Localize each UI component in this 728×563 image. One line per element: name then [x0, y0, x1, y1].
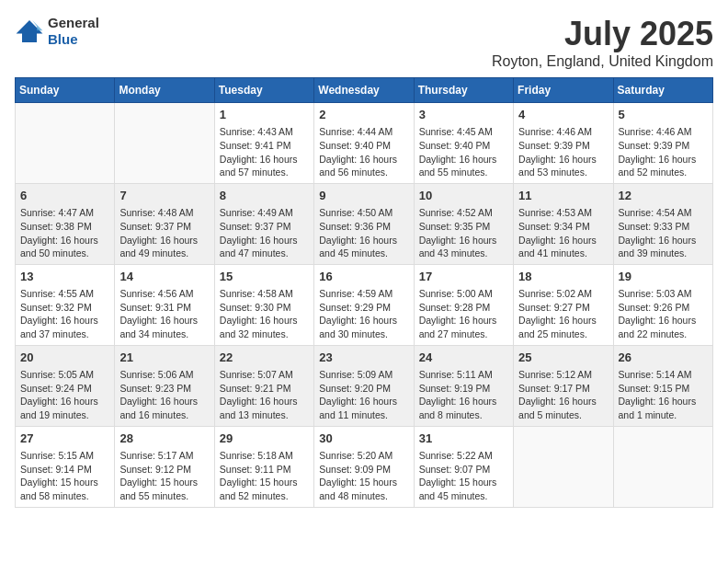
header-monday: Monday — [115, 78, 214, 103]
page-header: General Blue July 2025 Royton, England, … — [15, 15, 713, 70]
calendar-cell: 10Sunrise: 4:52 AM Sunset: 9:35 PM Dayli… — [414, 183, 513, 264]
day-number: 30 — [319, 431, 408, 447]
logo-icon — [15, 18, 44, 44]
day-info: Sunrise: 5:18 AM Sunset: 9:11 PM Dayligh… — [220, 449, 309, 503]
day-number: 11 — [518, 188, 608, 204]
day-number: 23 — [319, 350, 408, 366]
day-number: 16 — [319, 269, 408, 285]
day-info: Sunrise: 4:43 AM Sunset: 9:41 PM Dayligh… — [220, 125, 309, 179]
calendar-cell — [514, 426, 613, 507]
calendar-cell: 22Sunrise: 5:07 AM Sunset: 9:21 PM Dayli… — [214, 345, 313, 426]
logo: General Blue — [15, 15, 99, 48]
day-info: Sunrise: 5:07 AM Sunset: 9:21 PM Dayligh… — [220, 368, 309, 422]
calendar-cell: 19Sunrise: 5:03 AM Sunset: 9:26 PM Dayli… — [613, 264, 712, 345]
day-number: 14 — [119, 269, 209, 285]
day-number: 5 — [619, 107, 708, 123]
calendar-header: SundayMondayTuesdayWednesdayThursdayFrid… — [16, 78, 713, 103]
day-number: 28 — [119, 431, 209, 447]
calendar-cell: 13Sunrise: 4:55 AM Sunset: 9:32 PM Dayli… — [16, 264, 115, 345]
day-info: Sunrise: 4:50 AM Sunset: 9:36 PM Dayligh… — [319, 206, 408, 260]
day-info: Sunrise: 5:03 AM Sunset: 9:26 PM Dayligh… — [619, 287, 708, 341]
calendar-cell: 31Sunrise: 5:22 AM Sunset: 9:07 PM Dayli… — [414, 426, 513, 507]
calendar-cell: 29Sunrise: 5:18 AM Sunset: 9:11 PM Dayli… — [214, 426, 313, 507]
day-info: Sunrise: 4:47 AM Sunset: 9:38 PM Dayligh… — [20, 206, 109, 260]
day-info: Sunrise: 5:02 AM Sunset: 9:27 PM Dayligh… — [518, 287, 608, 341]
calendar-cell: 18Sunrise: 5:02 AM Sunset: 9:27 PM Dayli… — [514, 264, 613, 345]
day-info: Sunrise: 4:44 AM Sunset: 9:40 PM Dayligh… — [319, 125, 408, 179]
day-number: 31 — [419, 431, 508, 447]
day-number: 17 — [419, 269, 508, 285]
day-number: 4 — [518, 107, 608, 123]
calendar-cell: 28Sunrise: 5:17 AM Sunset: 9:12 PM Dayli… — [115, 426, 214, 507]
calendar-cell — [115, 103, 214, 184]
calendar-cell: 5Sunrise: 4:46 AM Sunset: 9:39 PM Daylig… — [613, 103, 712, 184]
day-info: Sunrise: 5:15 AM Sunset: 9:14 PM Dayligh… — [20, 449, 109, 503]
day-info: Sunrise: 4:55 AM Sunset: 9:32 PM Dayligh… — [20, 287, 109, 341]
day-number: 2 — [319, 107, 408, 123]
day-number: 10 — [419, 188, 508, 204]
calendar-cell: 15Sunrise: 4:58 AM Sunset: 9:30 PM Dayli… — [214, 264, 313, 345]
day-info: Sunrise: 5:06 AM Sunset: 9:23 PM Dayligh… — [119, 368, 209, 422]
header-row: SundayMondayTuesdayWednesdayThursdayFrid… — [16, 78, 713, 103]
day-number: 24 — [419, 350, 508, 366]
day-number: 18 — [518, 269, 608, 285]
day-info: Sunrise: 4:52 AM Sunset: 9:35 PM Dayligh… — [419, 206, 508, 260]
day-info: Sunrise: 4:54 AM Sunset: 9:33 PM Dayligh… — [619, 206, 708, 260]
calendar-cell: 6Sunrise: 4:47 AM Sunset: 9:38 PM Daylig… — [16, 183, 115, 264]
day-number: 7 — [119, 188, 209, 204]
logo-line1: General — [48, 15, 99, 31]
calendar-cell: 8Sunrise: 4:49 AM Sunset: 9:37 PM Daylig… — [214, 183, 313, 264]
day-info: Sunrise: 4:58 AM Sunset: 9:30 PM Dayligh… — [220, 287, 309, 341]
day-info: Sunrise: 4:46 AM Sunset: 9:39 PM Dayligh… — [518, 125, 608, 179]
day-number: 21 — [119, 350, 209, 366]
day-info: Sunrise: 5:17 AM Sunset: 9:12 PM Dayligh… — [119, 449, 209, 503]
calendar-cell: 1Sunrise: 4:43 AM Sunset: 9:41 PM Daylig… — [214, 103, 313, 184]
calendar-cell: 23Sunrise: 5:09 AM Sunset: 9:20 PM Dayli… — [314, 345, 414, 426]
logo-text: General Blue — [48, 15, 99, 48]
week-row-4: 20Sunrise: 5:05 AM Sunset: 9:24 PM Dayli… — [16, 345, 713, 426]
calendar-cell: 3Sunrise: 4:45 AM Sunset: 9:40 PM Daylig… — [414, 103, 513, 184]
header-saturday: Saturday — [613, 78, 712, 103]
calendar-cell: 24Sunrise: 5:11 AM Sunset: 9:19 PM Dayli… — [414, 345, 513, 426]
day-info: Sunrise: 5:11 AM Sunset: 9:19 PM Dayligh… — [419, 368, 508, 422]
day-number: 20 — [20, 350, 109, 366]
calendar-cell: 26Sunrise: 5:14 AM Sunset: 9:15 PM Dayli… — [613, 345, 712, 426]
calendar-cell: 4Sunrise: 4:46 AM Sunset: 9:39 PM Daylig… — [514, 103, 613, 184]
calendar-cell: 30Sunrise: 5:20 AM Sunset: 9:09 PM Dayli… — [314, 426, 414, 507]
calendar-cell: 14Sunrise: 4:56 AM Sunset: 9:31 PM Dayli… — [115, 264, 214, 345]
main-title: July 2025 — [492, 15, 713, 53]
day-info: Sunrise: 5:12 AM Sunset: 9:17 PM Dayligh… — [518, 368, 608, 422]
day-info: Sunrise: 5:14 AM Sunset: 9:15 PM Dayligh… — [619, 368, 708, 422]
day-number: 6 — [20, 188, 109, 204]
calendar-cell: 21Sunrise: 5:06 AM Sunset: 9:23 PM Dayli… — [115, 345, 214, 426]
day-number: 12 — [619, 188, 708, 204]
calendar-cell — [16, 103, 115, 184]
subtitle: Royton, England, United Kingdom — [492, 53, 713, 70]
calendar-cell: 16Sunrise: 4:59 AM Sunset: 9:29 PM Dayli… — [314, 264, 414, 345]
day-number: 27 — [20, 431, 109, 447]
day-info: Sunrise: 5:09 AM Sunset: 9:20 PM Dayligh… — [319, 368, 408, 422]
day-number: 15 — [220, 269, 309, 285]
calendar-cell: 12Sunrise: 4:54 AM Sunset: 9:33 PM Dayli… — [613, 183, 712, 264]
day-number: 13 — [20, 269, 109, 285]
day-number: 19 — [619, 269, 708, 285]
day-info: Sunrise: 4:56 AM Sunset: 9:31 PM Dayligh… — [119, 287, 209, 341]
calendar-cell: 7Sunrise: 4:48 AM Sunset: 9:37 PM Daylig… — [115, 183, 214, 264]
calendar-cell: 17Sunrise: 5:00 AM Sunset: 9:28 PM Dayli… — [414, 264, 513, 345]
title-block: July 2025 Royton, England, United Kingdo… — [492, 15, 713, 70]
week-row-2: 6Sunrise: 4:47 AM Sunset: 9:38 PM Daylig… — [16, 183, 713, 264]
day-number: 22 — [220, 350, 309, 366]
header-sunday: Sunday — [16, 78, 115, 103]
day-info: Sunrise: 4:48 AM Sunset: 9:37 PM Dayligh… — [119, 206, 209, 260]
header-tuesday: Tuesday — [214, 78, 313, 103]
day-number: 3 — [419, 107, 508, 123]
day-info: Sunrise: 4:59 AM Sunset: 9:29 PM Dayligh… — [319, 287, 408, 341]
calendar-body: 1Sunrise: 4:43 AM Sunset: 9:41 PM Daylig… — [16, 103, 713, 508]
logo-line2: Blue — [48, 31, 99, 48]
day-info: Sunrise: 4:45 AM Sunset: 9:40 PM Dayligh… — [419, 125, 508, 179]
day-info: Sunrise: 5:20 AM Sunset: 9:09 PM Dayligh… — [319, 449, 408, 503]
calendar-cell: 9Sunrise: 4:50 AM Sunset: 9:36 PM Daylig… — [314, 183, 414, 264]
header-friday: Friday — [514, 78, 613, 103]
week-row-3: 13Sunrise: 4:55 AM Sunset: 9:32 PM Dayli… — [16, 264, 713, 345]
day-number: 1 — [220, 107, 309, 123]
